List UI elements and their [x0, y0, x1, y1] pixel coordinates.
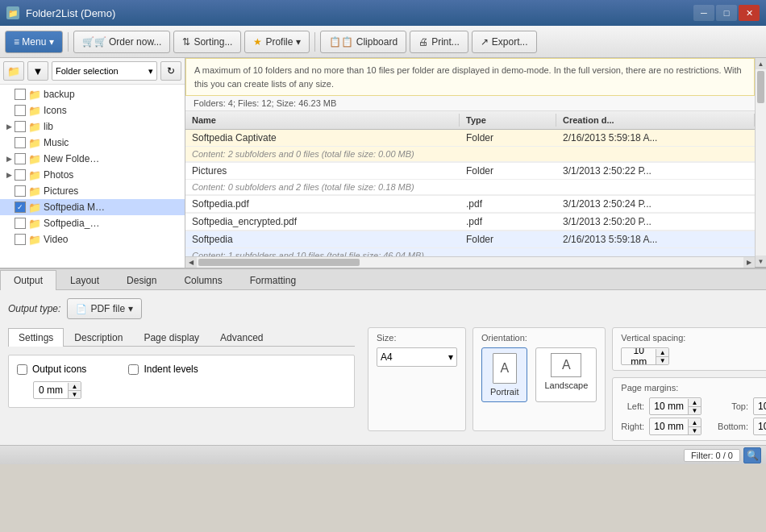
tree-item[interactable]: 📁 Icons — [0, 102, 185, 118]
tree-item[interactable]: 📁 Music — [0, 135, 185, 151]
tree-checkbox[interactable] — [15, 137, 26, 148]
output-icons-checkbox[interactable] — [17, 364, 27, 375]
col-header-date[interactable]: Creation d... — [556, 114, 755, 127]
portrait-option[interactable]: A Portrait — [481, 347, 527, 402]
spinner-down-button[interactable]: ▼ — [69, 391, 81, 398]
landscape-option[interactable]: A Landscape — [535, 347, 597, 402]
title-bar-controls: ─ □ ✕ — [693, 5, 760, 21]
spacing-up-btn[interactable]: ▲ — [656, 349, 668, 357]
tab-content-output: Output type: 📄 PDF file ▾ Settings Descr… — [0, 290, 766, 439]
tree-item[interactable]: 📁 Softpedia_… — [0, 215, 185, 231]
title-bar-left: 📁 Folder2List (Demo) — [6, 6, 115, 19]
status-bar: Filter: 0 / 0 🔍 — [0, 445, 766, 464]
scroll-down-arrow[interactable]: ▼ — [756, 256, 766, 267]
tree-checkbox[interactable] — [15, 89, 26, 100]
spacing-down-btn[interactable]: ▼ — [656, 357, 668, 364]
horizontal-scrollbar[interactable]: ◀ ▶ — [185, 256, 755, 268]
table-row[interactable]: Softpedia Folder 2/16/2013 5:59:18 A... … — [185, 231, 755, 256]
folder-selection-dropdown[interactable]: Folder selection ▾ — [52, 61, 157, 81]
table-row[interactable]: Softpedia.pdf .pdf 3/1/2013 2:50:24 P... — [185, 196, 755, 214]
indent-spinner[interactable]: 0 mm ▲ ▼ — [33, 381, 81, 399]
left-up-btn[interactable]: ▲ — [689, 399, 701, 407]
minimize-button[interactable]: ─ — [693, 5, 714, 21]
size-value: A4 — [381, 351, 393, 363]
col-header-type[interactable]: Type — [460, 114, 556, 127]
spacing-spinner[interactable]: 10 mm ▲ ▼ — [621, 347, 669, 365]
inner-tab-advanced[interactable]: Advanced — [210, 328, 273, 347]
tree-checkbox[interactable] — [15, 185, 26, 197]
tree-checkbox[interactable] — [15, 153, 26, 164]
inner-tab-page-display[interactable]: Page display — [133, 328, 210, 347]
size-label: Size: — [377, 333, 457, 343]
filter-search-button[interactable]: 🔍 — [743, 447, 761, 463]
size-select[interactable]: A4 ▾ — [377, 347, 457, 367]
tree-checkbox[interactable] — [15, 218, 26, 229]
top-margin-spinner[interactable]: 10 mm ▲ ▼ — [753, 397, 766, 415]
folder-icon: 📁 — [28, 218, 41, 230]
tree-item-label: Video — [44, 234, 68, 245]
tree-item[interactable]: ✓ 📁 Softpedia M… — [0, 199, 185, 215]
spinner-up-button[interactable]: ▲ — [69, 383, 81, 391]
export-button[interactable]: ↗ Export... — [472, 31, 537, 53]
tree-checkbox[interactable] — [15, 169, 26, 181]
right-margin-spinner[interactable]: 10 mm ▲ ▼ — [649, 418, 701, 435]
cell-subinfo: Content: 2 subfolders and 0 files (total… — [185, 147, 755, 161]
tree-item[interactable]: 📁 Video — [0, 231, 185, 247]
right-down-btn[interactable]: ▼ — [689, 427, 701, 434]
profile-button[interactable]: ★ Profile ▾ — [244, 31, 310, 53]
vertical-scrollbar[interactable]: ▲ ▼ — [755, 58, 766, 267]
tree-item[interactable]: 📁 backup — [0, 86, 185, 102]
scroll-thumb[interactable] — [198, 259, 360, 266]
tree-item[interactable]: ▶ 📁 New Folde… — [0, 151, 185, 167]
cell-name: Softpedia_encrypted.pdf — [185, 214, 460, 230]
tree-item[interactable]: ▶ 📁 lib — [0, 118, 185, 135]
tree-checkbox[interactable] — [15, 105, 26, 116]
tab-output[interactable]: Output — [0, 270, 56, 290]
tree-checkbox[interactable] — [15, 121, 26, 132]
tree-checkbox[interactable]: ✓ — [15, 202, 26, 213]
close-button[interactable]: ✕ — [739, 5, 760, 21]
left-margin-spinner[interactable]: 10 mm ▲ ▼ — [649, 397, 701, 415]
bottom-margin-spinner[interactable]: 10 mm ▲ ▼ — [753, 418, 766, 435]
toolbar-separator — [68, 32, 69, 52]
tab-design[interactable]: Design — [113, 270, 170, 290]
portrait-label: Portrait — [490, 387, 518, 397]
sorting-button[interactable]: ⇅ Sorting... — [173, 31, 241, 53]
tab-formatting[interactable]: Formatting — [236, 270, 310, 290]
tree-item-label: Photos — [44, 169, 73, 181]
scroll-left-arrow[interactable]: ◀ — [185, 257, 197, 268]
sort-icon: ⇅ — [182, 36, 190, 48]
indent-levels-checkbox[interactable] — [128, 364, 139, 375]
output-type-button[interactable]: 📄 PDF file ▾ — [67, 298, 142, 319]
col-header-name[interactable]: Name — [185, 114, 460, 127]
menu-button[interactable]: ≡ Menu ▾ — [5, 31, 63, 53]
clipboard-button[interactable]: 📋 📋 Clipboard — [320, 31, 406, 53]
scroll-thumb[interactable] — [757, 71, 764, 103]
left-down-btn[interactable]: ▼ — [689, 407, 701, 414]
bottom-panel: Output Layout Design Columns Formatting … — [0, 268, 766, 445]
print-button[interactable]: 🖨 Print... — [410, 31, 468, 53]
order-now-button[interactable]: 🛒 🛒 Order now... — [73, 31, 171, 53]
cell-name: Pictures — [185, 163, 460, 179]
tree-item[interactable]: ▶ 📁 Photos — [0, 167, 185, 183]
tab-layout[interactable]: Layout — [56, 270, 113, 290]
scroll-up-arrow[interactable]: ▲ — [756, 58, 766, 69]
table-row[interactable]: Softpedia Captivate Folder 2/16/2013 5:5… — [185, 130, 755, 163]
tree-item[interactable]: 📁 Pictures — [0, 183, 185, 199]
scroll-right-arrow[interactable]: ▶ — [743, 257, 755, 268]
tree-checkbox[interactable] — [15, 234, 26, 245]
filter-button[interactable]: ▼ — [27, 61, 48, 81]
settings-content: Output icons Indent levels 0 mm ▲ ▼ — [8, 355, 355, 408]
inner-tab-description[interactable]: Description — [64, 328, 133, 347]
table-row[interactable]: Pictures Folder 3/1/2013 2:50:22 P... Co… — [185, 163, 755, 196]
inner-tab-settings[interactable]: Settings — [8, 328, 64, 347]
refresh-button[interactable]: ↻ — [160, 61, 181, 81]
folder-icon: 📁 — [28, 185, 41, 197]
maximize-button[interactable]: □ — [716, 5, 737, 21]
cell-type: Folder — [460, 231, 556, 247]
tab-columns[interactable]: Columns — [170, 270, 235, 290]
table-row[interactable]: Softpedia_encrypted.pdf .pdf 3/1/2013 2:… — [185, 214, 755, 231]
right-up-btn[interactable]: ▲ — [689, 419, 701, 427]
info-text: A maximum of 10 folders and no more than… — [194, 65, 742, 89]
folder-icon-button[interactable]: 📁 — [3, 61, 24, 81]
